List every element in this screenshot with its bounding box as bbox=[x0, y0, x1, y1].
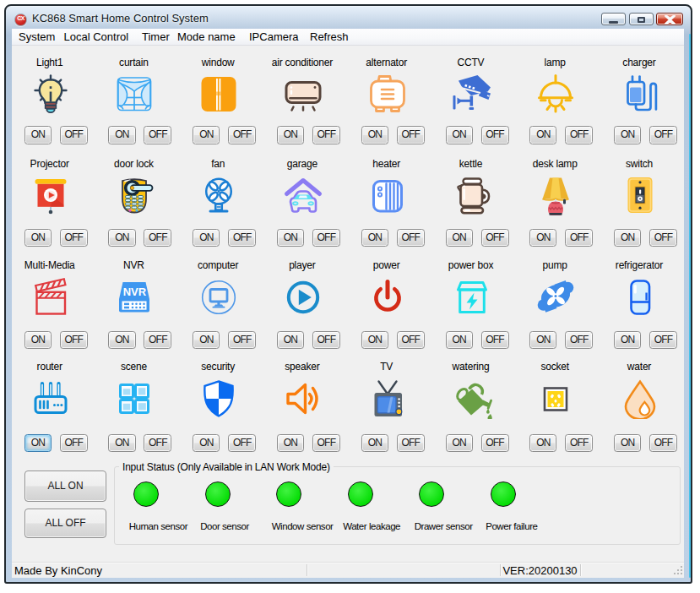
svg-text:NVR: NVR bbox=[123, 285, 147, 297]
